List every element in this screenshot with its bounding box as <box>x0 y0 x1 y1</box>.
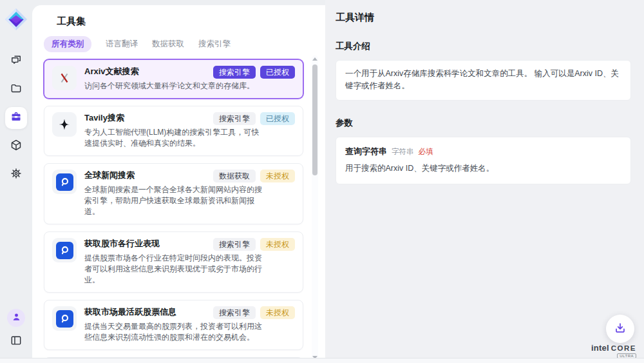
tools-panel: 工具集 所有类别语言翻译数据获取搜索引擎 Arxiv文献搜索搜索引擎已授权访问各… <box>32 5 325 358</box>
scrollbar-thumb[interactable] <box>312 64 317 175</box>
tool-card[interactable]: 全球新闻搜索数据获取未授权全球新闻搜索是一个聚合全球各大新闻网站内容的搜索引擎，… <box>44 163 303 224</box>
tool-badges: 数据获取未授权 <box>213 170 295 182</box>
q-search-icon <box>52 238 77 262</box>
folder-icon <box>10 82 23 97</box>
user-avatar-icon <box>11 311 22 325</box>
chat-icon <box>10 54 23 69</box>
tool-card-body: 获取市场最活跃股票信息搜索引擎未授权提供当天交易量最高的股票列表，投资者可以利用… <box>84 306 295 343</box>
tool-badges: 搜索引擎未授权 <box>213 238 295 251</box>
cube-icon <box>10 139 23 154</box>
tool-card-body: Arxiv文献搜索搜索引擎已授权访问各个研究领域大量科学论文和文章的存储库。 <box>84 66 295 92</box>
param-name: 查询字符串 <box>345 146 387 157</box>
user-avatar[interactable] <box>7 309 25 327</box>
param-required-badge: 必填 <box>419 147 433 157</box>
tool-category-badge: 搜索引擎 <box>213 112 256 125</box>
app-logo-icon[interactable] <box>5 8 28 31</box>
tool-badges: 搜索引擎未授权 <box>213 306 295 319</box>
scrollbar[interactable] <box>312 55 318 358</box>
params-card: 查询字符串字符串必填用于搜索的Arxiv ID、关键字或作者姓名。 <box>336 137 631 184</box>
tool-description: 提供股票市场各个行业在特定时间段内的表现。投资者可以利用这些信息来识别表现优于或… <box>84 253 266 286</box>
window-bottom-edge <box>0 358 644 363</box>
brand-intel: intel <box>591 343 609 353</box>
tool-intro-card: 一个用于从Arxiv存储库搜索科学论文和文章的工具。 输入可以是Arxiv ID… <box>336 60 631 101</box>
intro-heading: 工具介绍 <box>336 41 631 52</box>
tool-intro-text: 一个用于从Arxiv存储库搜索科学论文和文章的工具。 输入可以是Arxiv ID… <box>345 69 619 90</box>
tab-language-translation[interactable]: 语言翻译 <box>106 36 138 52</box>
tool-card-body: 全球新闻搜索数据获取未授权全球新闻搜索是一个聚合全球各大新闻网站内容的搜索引擎，… <box>84 170 295 217</box>
tool-category-badge: 搜索引擎 <box>213 238 256 251</box>
brand-core: core <box>611 344 636 352</box>
tool-description: 访问各个研究领域大量科学论文和文章的存储库。 <box>84 81 266 92</box>
sidebar-item-models[interactable] <box>5 135 27 157</box>
tool-card-body: 获取股市各行业表现搜索引擎未授权提供股票市场各个行业在特定时间段内的表现。投资者… <box>84 238 295 286</box>
sidebar-item-tools[interactable] <box>5 107 27 129</box>
tool-title: 全球新闻搜索 <box>84 170 135 181</box>
tool-details-panel: 工具详情 工具介绍 一个用于从Arxiv存储库搜索科学论文和文章的工具。 输入可… <box>325 0 644 358</box>
details-title: 工具详情 <box>336 12 631 24</box>
scroll-up-button[interactable] <box>312 57 317 61</box>
tool-card[interactable]: 获取市场最活跃股票信息搜索引擎未授权提供当天交易量最高的股票列表，投资者可以利用… <box>44 300 303 350</box>
tool-auth-badge: 未授权 <box>260 306 295 319</box>
tool-title: 获取股市各行业表现 <box>84 238 160 249</box>
tool-title: Tavily搜索 <box>84 112 124 123</box>
tool-category-badge: 搜索引擎 <box>213 66 256 79</box>
tool-badges: 搜索引擎已授权 <box>213 66 295 79</box>
intel-core-logo: intel core ultra <box>591 343 636 358</box>
tool-card[interactable]: Tavily搜索搜索引擎已授权专为人工智能代理(LLM)构建的搜索引擎工具，可快… <box>44 106 303 156</box>
tool-list: Arxiv文献搜索搜索引擎已授权访问各个研究领域大量科学论文和文章的存储库。Ta… <box>44 59 303 358</box>
tool-auth-badge: 未授权 <box>260 238 295 251</box>
tab-search-engine[interactable]: 搜索引擎 <box>198 36 231 52</box>
collapse-sidebar-icon <box>10 334 23 349</box>
tool-card-body: Tavily搜索搜索引擎已授权专为人工智能代理(LLM)构建的搜索引擎工具，可快… <box>84 112 295 149</box>
q-search-icon <box>52 306 77 331</box>
sidebar <box>0 0 32 358</box>
tool-card[interactable]: 获取股市各行业表现搜索引擎未授权提供股票市场各个行业在特定时间段内的表现。投资者… <box>44 231 303 293</box>
tool-auth-badge: 未授权 <box>260 170 295 182</box>
tab-data-fetch[interactable]: 数据获取 <box>152 36 184 52</box>
params-heading: 参数 <box>336 117 631 129</box>
tool-badges: 搜索引擎已授权 <box>213 112 295 125</box>
tab-all-categories[interactable]: 所有类别 <box>44 36 91 52</box>
page-title: 工具集 <box>57 15 325 28</box>
sidebar-nav <box>5 50 27 186</box>
param-type: 字符串 <box>392 147 414 157</box>
tool-title: Arxiv文献搜索 <box>84 66 139 77</box>
sidebar-item-chat[interactable] <box>5 50 27 72</box>
app-window: 工具集 所有类别语言翻译数据获取搜索引擎 Arxiv文献搜索搜索引擎已授权访问各… <box>0 0 644 363</box>
tool-description: 专为人工智能代理(LLM)构建的搜索引擎工具，可快速提供实时、准确和真实的结果。 <box>84 127 266 149</box>
tool-description: 全球新闻搜索是一个聚合全球各大新闻网站内容的搜索引擎，帮助用户快速获取全球最新资… <box>84 184 266 217</box>
toolbox-icon <box>10 110 23 126</box>
arxiv-icon <box>52 66 77 90</box>
collapse-sidebar-button[interactable] <box>7 333 25 351</box>
param-description: 用于搜索的Arxiv ID、关键字或作者姓名。 <box>345 162 621 175</box>
tool-card[interactable]: Arxiv文献搜索搜索引擎已授权访问各个研究领域大量科学论文和文章的存储库。 <box>44 59 303 99</box>
tool-category-badge: 搜索引擎 <box>213 306 256 319</box>
sidebar-item-files[interactable] <box>5 79 27 101</box>
category-tabs: 所有类别语言翻译数据获取搜索引擎 <box>44 36 314 52</box>
q-search-icon <box>52 170 77 194</box>
download-icon <box>613 321 627 337</box>
tavily-icon <box>52 112 77 137</box>
download-button[interactable] <box>606 315 634 343</box>
tool-description: 提供当天交易量最高的股票列表，投资者可以利用这些信息来识别流动性强的股票和潜在的… <box>84 321 266 343</box>
gear-icon <box>10 167 23 182</box>
tool-auth-badge: 已授权 <box>260 66 295 79</box>
sidebar-bottom <box>7 309 25 351</box>
tool-category-badge: 数据获取 <box>213 170 256 182</box>
sidebar-item-settings[interactable] <box>5 164 27 186</box>
tool-auth-badge: 已授权 <box>260 112 295 125</box>
tool-title: 获取市场最活跃股票信息 <box>84 306 176 317</box>
